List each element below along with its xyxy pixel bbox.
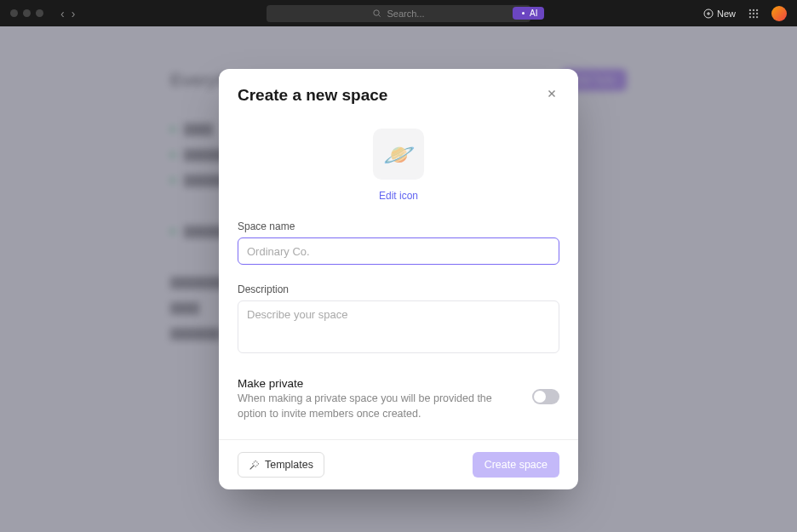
svg-point-13 <box>753 15 754 17</box>
app-topbar: ‹ › Search... AI New <box>0 0 797 26</box>
global-search[interactable]: Search... <box>267 5 530 22</box>
close-button[interactable] <box>544 86 559 104</box>
apps-grid-icon[interactable] <box>748 8 760 20</box>
description-input[interactable] <box>238 300 559 353</box>
new-label: New <box>717 9 736 19</box>
space-icon-preview[interactable]: 🪐 <box>373 129 424 180</box>
templates-button[interactable]: Templates <box>238 452 324 478</box>
svg-point-10 <box>753 12 754 14</box>
user-avatar[interactable] <box>771 6 787 21</box>
space-name-input[interactable] <box>238 237 559 265</box>
close-icon <box>546 88 558 100</box>
toggle-knob <box>534 391 546 403</box>
edit-icon-button[interactable]: Edit icon <box>379 190 418 202</box>
svg-point-12 <box>749 15 751 17</box>
make-private-toggle[interactable] <box>532 389 559 404</box>
space-name-label: Space name <box>238 220 559 232</box>
svg-point-14 <box>756 15 758 17</box>
sparkle-icon <box>519 9 527 17</box>
svg-point-9 <box>749 12 751 14</box>
traffic-light-zoom[interactable] <box>36 9 43 17</box>
ai-badge[interactable]: AI <box>513 7 544 20</box>
svg-point-0 <box>374 10 379 15</box>
nav-forward-icon[interactable]: › <box>72 7 76 20</box>
search-placeholder-text: Search... <box>387 9 424 19</box>
nav-back-icon[interactable]: ‹ <box>60 7 65 20</box>
plus-circle-icon <box>703 9 714 19</box>
window-controls <box>10 9 43 17</box>
templates-label: Templates <box>265 459 313 471</box>
ai-label: AI <box>530 9 537 18</box>
new-button[interactable]: New <box>703 9 736 19</box>
planet-icon: 🪐 <box>383 140 415 169</box>
wand-icon <box>249 460 260 471</box>
create-space-button[interactable]: Create space <box>473 452 559 478</box>
svg-point-11 <box>756 12 758 14</box>
create-space-modal: Create a new space 🪐 Edit icon Space nam… <box>219 69 578 489</box>
svg-point-8 <box>756 9 758 10</box>
svg-point-6 <box>749 9 751 10</box>
description-label: Description <box>238 283 559 295</box>
traffic-light-minimize[interactable] <box>23 9 31 17</box>
svg-line-1 <box>379 15 381 17</box>
svg-point-7 <box>753 9 754 10</box>
search-icon <box>372 9 381 18</box>
nav-arrows: ‹ › <box>60 7 75 20</box>
make-private-description: When making a private space you will be … <box>238 392 515 421</box>
svg-point-2 <box>522 12 525 14</box>
modal-title: Create a new space <box>238 86 387 105</box>
make-private-title: Make private <box>238 377 515 390</box>
traffic-light-close[interactable] <box>10 9 18 17</box>
